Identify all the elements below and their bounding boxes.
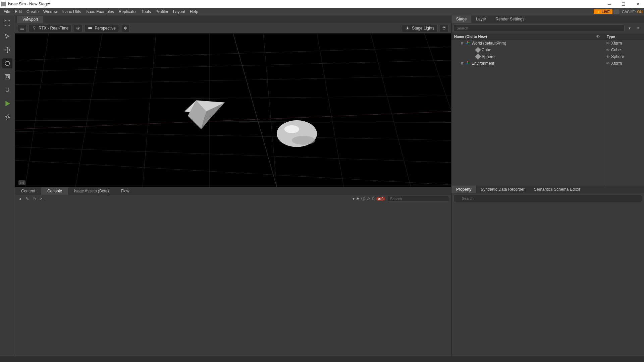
camera-chip[interactable]: Perspective — [85, 24, 119, 32]
info-icon[interactable]: ⓘ — [361, 196, 365, 202]
frame-tool-icon[interactable] — [2, 18, 12, 28]
menu-tools[interactable]: Tools — [139, 8, 153, 15]
sim-settings-icon[interactable] — [2, 112, 12, 122]
svg-point-5 — [78, 27, 79, 29]
minimize-button[interactable]: ─ — [607, 2, 612, 6]
filter-icon[interactable]: ▾ — [353, 196, 355, 201]
tree-item-world-defaultprim-[interactable]: ⊞World (defaultPrim) — [451, 40, 604, 47]
viewport-tab[interactable]: Viewport — [17, 16, 43, 23]
stage-tabs: Stage Layer Render Settings — [451, 15, 644, 23]
scene-cube[interactable] — [184, 100, 225, 129]
tree-label: Sphere — [482, 54, 495, 59]
rotate-tool-icon[interactable] — [2, 58, 12, 68]
play-button-icon[interactable] — [2, 99, 12, 109]
audio-icon[interactable] — [121, 24, 130, 32]
select-tool-icon[interactable] — [2, 32, 12, 42]
tab-console[interactable]: Console — [41, 187, 68, 195]
live-badge[interactable]: LIVE — [594, 9, 612, 14]
snap-tool-icon[interactable] — [2, 85, 12, 95]
renderer-label: RTX - Real-Time — [39, 26, 68, 31]
tab-content[interactable]: Content — [15, 187, 41, 195]
visibility-toggle-icon[interactable]: 👁 — [606, 48, 610, 52]
tree-item-sphere[interactable]: Sphere — [451, 53, 604, 60]
expand-icon[interactable]: ⊞ — [460, 42, 464, 45]
viewport-canvas[interactable]: m — [15, 34, 451, 187]
tree-label: Cube — [482, 48, 491, 52]
maximize-button[interactable]: ☐ — [621, 2, 626, 6]
move-tool-icon[interactable] — [2, 45, 12, 55]
verbose-icon[interactable]: ✱ — [356, 196, 360, 201]
stage-filter-icon[interactable]: ▾ — [626, 24, 633, 32]
warning-count: 0 — [372, 196, 375, 201]
bottom-tabs: Content Console Isaac Assets (Beta) Flow — [15, 187, 451, 195]
type-row: 👁Xform — [604, 40, 644, 47]
tab-semantics[interactable]: Semantics Schema Editor — [529, 186, 585, 193]
renderer-chip[interactable]: RTX - Real-Time — [29, 24, 72, 32]
tree-header-type[interactable]: Type — [604, 34, 644, 40]
tree-header-name[interactable]: Name (Old to New) — [454, 35, 487, 39]
close-button[interactable]: ✕ — [635, 2, 640, 6]
tab-stage[interactable]: Stage — [451, 15, 471, 23]
visibility-toggle-icon[interactable]: 👁 — [606, 41, 610, 45]
svg-line-13 — [15, 120, 451, 123]
svg-line-10 — [15, 60, 451, 71]
menu-window[interactable]: Window — [41, 8, 60, 15]
visibility-icon[interactable] — [74, 24, 83, 32]
warning-icon[interactable]: ⚠ — [367, 196, 371, 201]
tab-synthetic-data[interactable]: Synthetic Data Recorder — [476, 186, 529, 193]
stage-search-input[interactable] — [453, 24, 625, 32]
console-folder-icon[interactable]: 🗀 — [32, 196, 37, 201]
console-back-icon[interactable]: ◂ — [17, 196, 22, 201]
visibility-header-icon[interactable]: 👁 — [596, 35, 600, 39]
tree-label: Environment — [472, 61, 494, 66]
lights-label: Stage Lights — [412, 26, 434, 31]
console-search-input[interactable] — [387, 196, 449, 202]
svg-point-4 — [33, 26, 35, 28]
tab-property[interactable]: Property — [451, 186, 476, 193]
svg-point-0 — [5, 61, 9, 65]
mesh-icon — [475, 54, 481, 60]
visibility-toggle-icon[interactable]: 👁 — [606, 55, 610, 59]
viewport-settings-icon[interactable] — [18, 24, 26, 32]
titlebar: Isaac Sim - New Stage* ─ ☐ ✕ — [0, 0, 644, 8]
expand-icon[interactable]: ⊞ — [460, 62, 464, 65]
svg-line-23 — [371, 34, 411, 187]
tab-isaac-assets[interactable]: Isaac Assets (Beta) — [68, 187, 115, 195]
live-toggle[interactable] — [613, 9, 620, 14]
menu-help[interactable]: Help — [187, 8, 201, 15]
visibility-toggle-icon[interactable]: 👁 — [606, 61, 610, 65]
console-terminal-icon[interactable]: >_ — [39, 196, 45, 201]
menu-edit[interactable]: Edit — [12, 8, 24, 15]
svg-line-9 — [15, 47, 451, 60]
menu-profiler[interactable]: Profiler — [153, 8, 171, 15]
tab-render-settings[interactable]: Render Settings — [491, 15, 529, 23]
lights-chip[interactable]: Stage Lights — [402, 24, 438, 32]
property-search-input[interactable] — [453, 195, 642, 202]
location-icon[interactable] — [440, 24, 448, 32]
svg-line-18 — [75, 34, 102, 187]
tree-item-environment[interactable]: ⊞Environment — [451, 60, 604, 67]
property-tabs: Property Synthetic Data Recorder Semanti… — [451, 186, 644, 193]
menu-isaac-examples[interactable]: Isaac Examples — [83, 8, 116, 15]
console-edit-icon[interactable]: ✎ — [24, 196, 30, 201]
tab-flow[interactable]: Flow — [115, 187, 135, 195]
menu-create[interactable]: Create — [24, 8, 41, 15]
menu-isaac-utils[interactable]: Isaac Utils — [60, 8, 83, 15]
svg-point-3 — [6, 116, 9, 118]
error-badge[interactable]: ✖ 0 — [376, 197, 385, 201]
svg-line-11 — [15, 76, 451, 85]
menu-layout[interactable]: Layout — [171, 8, 187, 15]
type-row: 👁Xform — [604, 60, 644, 67]
svg-line-12 — [15, 96, 451, 100]
stage-options-icon[interactable]: ≡ — [635, 24, 642, 32]
svg-line-15 — [15, 147, 451, 163]
tree-item-cube[interactable]: Cube — [451, 47, 604, 53]
scale-tool-icon[interactable] — [2, 72, 12, 82]
menu-replicator[interactable]: Replicator — [116, 8, 139, 15]
console-body — [15, 202, 451, 356]
cache-label: CACHE: — [622, 10, 636, 14]
tab-layer[interactable]: Layer — [471, 15, 491, 23]
scene-sphere[interactable] — [277, 120, 317, 147]
viewport-tab-row: Viewport — [15, 15, 451, 23]
menu-file[interactable]: File — [1, 8, 12, 15]
